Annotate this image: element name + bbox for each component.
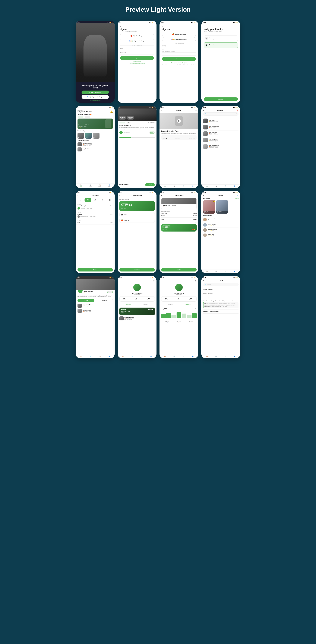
nav-search-8[interactable]: 🔍: [215, 356, 217, 358]
nav-home-4[interactable]: 🏠: [206, 270, 208, 272]
password-input[interactable]: [120, 51, 154, 54]
tab-activities[interactable]: Activities: [120, 303, 137, 306]
back-button-confirm[interactable]: ‹: [161, 194, 162, 197]
go-signin-link[interactable]: Sign In: [184, 62, 187, 63]
back-button-search[interactable]: ‹: [203, 110, 204, 112]
nav-activity-4[interactable]: 📋: [224, 270, 226, 272]
view-all-link[interactable]: View all: [235, 198, 238, 199]
search-input[interactable]: Deep: [207, 113, 210, 115]
more-icon[interactable]: ⋯: [195, 110, 196, 112]
schedule-item-1[interactable]: 08:00 AM Core Strength 60 min Tom Cruise…: [76, 203, 114, 211]
nav-profile[interactable]: 👤Profile: [108, 184, 110, 187]
location-icon[interactable]: 📍: [236, 110, 238, 112]
nav-activity-6[interactable]: 📋: [141, 356, 142, 358]
schedule-trainer-button[interactable]: Schedule: [96, 299, 113, 302]
change-payment-link[interactable]: Change: [193, 222, 196, 222]
nav-profile-4[interactable]: 👤: [234, 270, 236, 272]
credit-card[interactable]: Available Balance $1,567.00 **** 7745: [120, 201, 155, 211]
phone-verify-option[interactable]: 📱 Phone Number Verify with your phone nu…: [204, 42, 238, 48]
filter-female[interactable]: Female: [85, 116, 90, 118]
additional-item-1[interactable]: Deep Amrap Burner 🔥 125 kcal · ⏱ 15min B…: [78, 142, 113, 146]
tp-workout-2[interactable]: Deep Butt Sculp 🔥 88 kcal · ⏱ 30min: [78, 309, 113, 313]
nav-activity-2[interactable]: 📋: [183, 186, 184, 187]
signup-link[interactable]: Sign Up: [97, 100, 101, 101]
google-signin-button[interactable]: Goog Sign in with Google: [120, 39, 154, 43]
back-button-schedule[interactable]: ‹: [78, 194, 78, 197]
nav-activity-7[interactable]: 📋: [183, 356, 184, 358]
nav-profile-2[interactable]: 👤: [192, 186, 194, 187]
faq-item-guided[interactable]: Guided Workout ⌄: [203, 291, 238, 295]
result-5[interactable]: Deep Amrap Blaster🔥 125 kcal · ⏱ 15minIn…: [203, 144, 238, 150]
signin-button[interactable]: Sign In: [120, 56, 154, 60]
faq-item-privacy[interactable]: Privacy Settings ⌄: [203, 287, 238, 291]
result-3[interactable]: Deep Butt Sculp🔥 88 kcal · ⏱ 30minBeginn…: [203, 130, 238, 137]
workout-type-amrap[interactable]: Amrap: [85, 132, 92, 138]
tab-activities-stats[interactable]: Activities: [161, 303, 179, 306]
tab-statistics-stats[interactable]: Statistics: [179, 303, 196, 306]
hero-workout-card[interactable]: Push Your Limit 340 kcal 16.5 miles ★ 4.…: [78, 118, 113, 129]
profile-workout-card[interactable]: Beginner Female Push Your Limit 340 kcal: [120, 308, 155, 315]
workout-type-other[interactable]: Foo: [93, 132, 100, 138]
apple-signin-button[interactable]: 🍎 Sign in with Apple: [120, 34, 154, 38]
play-button[interactable]: ▶: [177, 119, 181, 123]
back-button[interactable]: ‹: [120, 25, 154, 27]
nav-home-3[interactable]: 🏠: [206, 186, 208, 187]
tab-statistics[interactable]: Statistics: [137, 303, 155, 306]
continue-reservation-button[interactable]: Continue: [120, 268, 155, 272]
nav-profile-7[interactable]: 👤: [192, 356, 194, 358]
workout-type-hiit[interactable]: Hiit: [78, 132, 84, 138]
nav-home-5[interactable]: 🏠: [80, 356, 82, 358]
result-2[interactable]: Deep Amrap Burner🔥 125 kcal · ⏱ 15min: [203, 124, 238, 130]
google-signup-button[interactable]: Goog Sign Up with Google: [162, 37, 196, 41]
pro-trainer-card-2[interactable]: Tom Cruiser 15K · 24: [216, 200, 228, 214]
forgot-password-link[interactable]: Forgot password?: [120, 61, 154, 62]
nav-activity-5[interactable]: 📋: [99, 356, 101, 358]
paypal-option[interactable]: 🅿 Paypal: [120, 212, 155, 217]
tp-workout-1[interactable]: Deep Amrap Burner 🔥 125 kcal · ⏱ 15min B…: [78, 304, 113, 308]
nav-profile-8[interactable]: 👤: [234, 356, 236, 358]
nav-search-7[interactable]: 🔍: [174, 356, 175, 358]
nav-home-2[interactable]: 🏠: [164, 186, 166, 187]
follow-button[interactable]: Follow: [149, 132, 155, 134]
confirm-button[interactable]: Confirm: [161, 268, 196, 272]
nav-home-6[interactable]: 🏠: [122, 356, 124, 358]
reserve-schedule-button[interactable]: Reserve: [78, 268, 113, 272]
day-mon[interactable]: 11Mon: [77, 198, 84, 202]
settings-icon-profile[interactable]: ⚙: [153, 280, 155, 282]
popular-trainer-1[interactable]: Kylee Danford ★★★★★ 4.9: [203, 217, 238, 222]
sign-in-google-button[interactable]: Goog Sign In with Google: [82, 95, 109, 99]
go-signup-link[interactable]: Sign Up: [141, 63, 144, 64]
follow-trainer-button[interactable]: Follow: [107, 291, 113, 293]
nav-home-8[interactable]: 🏠: [206, 356, 208, 358]
notification-icon[interactable]: 🔔: [110, 110, 113, 113]
result-1[interactable]: Deep Crazy🔥 125 kcal · ⏱ 15min: [203, 118, 238, 124]
apple-pay-option[interactable]: 🍎 Apple pay: [120, 218, 155, 223]
nav-search[interactable]: 🔍Search: [89, 184, 92, 187]
faq-item-plan[interactable]: How do I get my plan? ⌄: [203, 295, 238, 299]
verify-continue-button[interactable]: Continue: [204, 98, 238, 101]
nav-search-2[interactable]: 🔍: [174, 186, 175, 187]
nav-search-5[interactable]: 🔍: [90, 356, 92, 358]
popular-trainer-2[interactable]: Aileen Fullbright ★★★★★ 4.7: [203, 222, 238, 228]
nav-search-6[interactable]: 🔍: [132, 356, 133, 358]
nav-activity-3[interactable]: 📋: [224, 186, 226, 187]
result-4[interactable]: Deep Amrap Killer🔥 125 kcal · ⏱ 25minInt…: [203, 137, 238, 144]
back-button-program[interactable]: ‹: [161, 110, 162, 112]
back-button-verify[interactable]: ‹: [204, 25, 238, 27]
popular-trainer-4[interactable]: Brittni Lando ★★★★★ 4.6: [203, 233, 238, 238]
day-sun[interactable]: 14Sun: [99, 198, 106, 202]
confirm-card[interactable]: Available Balance $1,567.00 **** 7745 🔴🟡: [161, 224, 196, 232]
filter-beginner[interactable]: Beginner: [78, 116, 84, 118]
day-today[interactable]: 12Today: [84, 198, 91, 202]
nav-profile-3[interactable]: 👤: [234, 186, 236, 187]
day-wed[interactable]: 13Wed: [92, 198, 98, 202]
nav-home[interactable]: 🏠Home: [80, 184, 82, 187]
back-button-signup[interactable]: ‹: [162, 25, 196, 27]
nav-search-3[interactable]: 🔍: [215, 186, 217, 187]
nav-activity-8[interactable]: 📋: [224, 356, 226, 358]
expand-icon[interactable]: ⌄: [178, 141, 180, 143]
email-verify-option[interactable]: ✉ Email Verify with your email: [204, 36, 238, 41]
sign-in-email-button[interactable]: ✉ Sign In with Email: [82, 90, 109, 94]
day-mon2[interactable]: 15Mon: [106, 198, 113, 202]
faq-search[interactable]: 🔍 Search...: [203, 283, 238, 286]
